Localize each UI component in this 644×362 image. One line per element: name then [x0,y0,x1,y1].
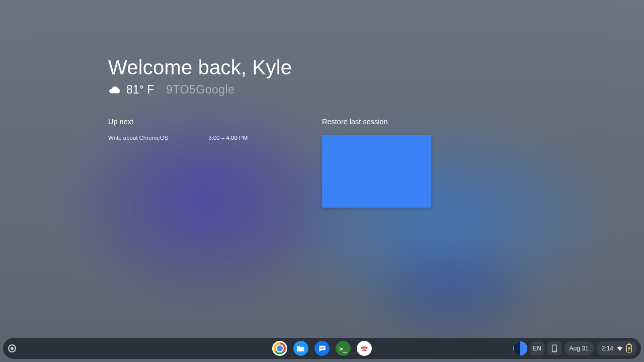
up-next-heading: Up next [108,118,267,126]
phone-icon [551,344,558,352]
welcome-overlay: Welcome back, Kyle 81° F 9TO5Google Up n… [0,0,644,208]
cloud-icon [108,83,121,97]
battery-icon [626,344,632,352]
app-terminal-icon[interactable]: >_ [336,341,351,356]
avatar[interactable] [513,341,527,355]
date-pill[interactable]: Aug 31 [565,341,594,355]
weather-row: 81° F 9TO5Google [108,83,644,97]
time-label: 2:14 [602,345,613,352]
shelf-apps: >_ [272,341,372,356]
up-next-section: Up next Write about ChromeOS 3:00 – 4:00… [108,118,267,208]
app-files-icon[interactable] [293,341,308,356]
launcher-button[interactable] [8,344,16,352]
wifi-icon [616,345,623,352]
shelf: >_ EN Aug 31 2:14 [3,338,641,359]
status-tray: EN Aug 31 2:14 [513,341,641,355]
restore-heading: Restore last session [322,118,431,126]
desktop: Welcome back, Kyle 81° F 9TO5Google Up n… [0,0,644,362]
app-stadia-icon[interactable] [357,341,372,356]
quick-settings-pill[interactable]: 2:14 [597,341,637,355]
restore-session-thumbnail[interactable] [322,135,431,208]
up-next-item-time: 3:00 – 4:00 PM [208,135,248,141]
phone-hub-button[interactable] [547,341,561,355]
up-next-item-title: Write about ChromeOS [108,135,168,141]
date-label: Aug 31 [570,345,589,352]
temperature: 81° F [126,83,154,97]
watermark: 9TO5Google [166,83,234,97]
language-label: EN [533,345,541,352]
svg-rect-0 [320,347,325,347]
welcome-greeting: Welcome back, Kyle [108,56,644,79]
restore-session-section: Restore last session [322,118,431,208]
up-next-item[interactable]: Write about ChromeOS 3:00 – 4:00 PM [108,135,267,141]
app-messages-icon[interactable] [314,341,330,356]
language-indicator[interactable]: EN [530,341,544,355]
svg-rect-1 [320,348,324,349]
app-chrome-icon[interactable] [272,341,287,356]
